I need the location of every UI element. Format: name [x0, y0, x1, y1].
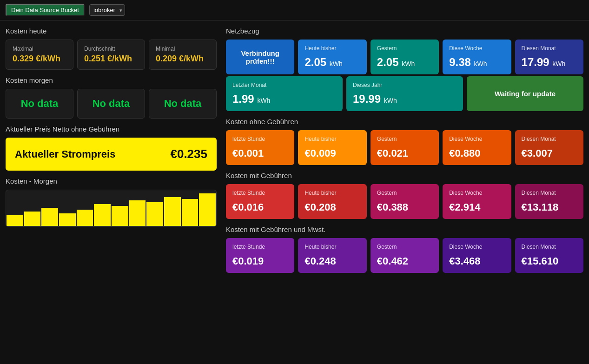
tile-diesen-monat-mit-value: €13.118: [522, 201, 577, 213]
tile-diese-woche-netz-label: Diese Woche: [449, 45, 504, 52]
strompreis-title: Aktueller Preis Netto ohne Gebühren: [6, 125, 217, 133]
tile-diese-woche-ohne-label: Diese Woche: [449, 136, 504, 142]
tile-diese-woche-netz: Diese Woche 9.38 kWh: [443, 40, 511, 74]
tile-heute-bisher-mit-value: €0.208: [304, 201, 360, 213]
tile-diesen-monat-mwst: Diesen Monat €15.610: [515, 238, 583, 273]
unit-kwh-5: kWh: [257, 97, 270, 104]
tile-gestern-mit: Gestern €0.388: [371, 184, 439, 219]
tile-diese-woche-mit-value: €2.914: [449, 201, 504, 213]
bucket-button[interactable]: Dein Data Source Bucket: [6, 4, 85, 16]
tile-heute-bisher-mit-label: Heute bisher: [304, 190, 360, 196]
kosten-heute-cards: Maximal 0.329 €/kWh Durchschnitt 0.251 €…: [6, 40, 217, 70]
chart-bar-9: [146, 202, 163, 226]
tile-diese-woche-netz-value: 9.38 kWh: [449, 56, 504, 69]
tile-heute-bisher-ohne: Heute bisher €0.009: [298, 130, 366, 165]
strompreis-section: Aktueller Preis Netto ohne Gebühren Aktu…: [6, 125, 217, 171]
netzbezug-title: Netzbezug: [226, 27, 583, 35]
unit-kwh-4: kWh: [552, 60, 565, 67]
tile-heute-bisher-netz: Heute bisher 2.05 kWh: [298, 40, 366, 74]
tile-gestern-mit-label: Gestern: [377, 190, 432, 196]
main-layout: Kosten heute Maximal 0.329 €/kWh Durchsc…: [0, 20, 589, 278]
tile-diese-woche-ohne: Diese Woche €0.880: [443, 130, 511, 165]
tile-diesen-monat-mwst-label: Diesen Monat: [522, 244, 577, 250]
tile-gestern-netz-value: 2.05 kWh: [377, 56, 432, 69]
card-durchschnitt-value: 0.251 €/kWh: [84, 54, 138, 64]
card-maximal-value: 0.329 €/kWh: [13, 54, 66, 64]
kosten-mwst-title: Kosten mit Gebühren und Mwst.: [226, 225, 583, 233]
no-data-3: No data: [149, 89, 217, 119]
tile-dieses-jahr-netz-label: Dieses Jahr: [353, 82, 457, 88]
tile-letzte-stunde-mwst-label: letzte Stunde: [232, 244, 288, 250]
kosten-mit-grid: letzte Stunde €0.016 Heute bisher €0.208…: [226, 184, 583, 219]
tile-diesen-monat-ohne: Diesen Monat €3.007: [515, 130, 583, 165]
no-data-1-text: No data: [21, 98, 59, 110]
tile-heute-bisher-mwst-label: Heute bisher: [304, 244, 360, 250]
kosten-ohne-grid: letzte Stunde €0.001 Heute bisher €0.009…: [226, 130, 583, 165]
chart-bar-7: [112, 206, 128, 226]
tile-verbindung: Verbindung prüfen!!!: [226, 40, 294, 74]
card-minimal-label: Minimal: [156, 46, 210, 52]
tile-diese-woche-mit: Diese Woche €2.914: [443, 184, 511, 219]
chart-bar-2: [24, 212, 41, 226]
tile-dieses-jahr-netz: Dieses Jahr 19.99 kWh: [346, 76, 463, 111]
unit-kwh-6: kWh: [384, 97, 397, 104]
tile-diese-woche-mwst-label: Diese Woche: [449, 244, 504, 250]
kosten-morgen-chart: [6, 190, 217, 227]
broker-select-wrapper: iobroker: [89, 4, 125, 16]
tile-heute-bisher-mit: Heute bisher €0.208: [298, 184, 366, 219]
tile-letzte-stunde-ohne-value: €0.001: [232, 147, 288, 159]
card-durchschnitt: Durchschnitt 0.251 €/kWh: [77, 40, 145, 70]
card-minimal-value: 0.209 €/kWh: [156, 54, 210, 64]
kosten-ohne-title: Kosten ohne Gebühren: [226, 118, 583, 126]
kosten-morgen-title: Kosten morgen: [6, 76, 217, 84]
chart-bar-10: [164, 197, 181, 226]
tile-gestern-ohne: Gestern €0.021: [371, 130, 439, 165]
tile-gestern-mwst: Gestern €0.462: [371, 238, 439, 273]
tile-heute-bisher-ohne-label: Heute bisher: [304, 136, 360, 142]
strompreis-box: Aktueller Strompreis €0.235: [6, 138, 217, 171]
unit-kwh-2: kWh: [402, 60, 415, 67]
chart-bar-3: [41, 208, 58, 226]
tile-diesen-monat-mit-label: Diesen Monat: [522, 190, 577, 196]
tile-dieses-jahr-netz-value: 19.99 kWh: [353, 93, 457, 106]
tile-gestern-ohne-value: €0.021: [377, 147, 432, 159]
tile-diesen-monat-netz-label: Diesen Monat: [522, 45, 577, 52]
card-minimal: Minimal 0.209 €/kWh: [149, 40, 217, 70]
chart-bar-6: [94, 204, 111, 226]
chart-bar-5: [77, 210, 93, 226]
tile-gestern-ohne-label: Gestern: [377, 136, 432, 142]
netzbezug-grid-row1: Verbindung prüfen!!! Heute bisher 2.05 k…: [226, 40, 583, 74]
tile-diesen-monat-netz-value: 17.99 kWh: [522, 56, 577, 69]
tile-letzte-stunde-ohne-label: letzte Stunde: [232, 136, 288, 142]
kosten-morgen-cards: No data No data No data: [6, 89, 217, 119]
no-data-3-text: No data: [164, 98, 202, 110]
tile-waiting: Waiting for update: [467, 76, 583, 111]
tile-gestern-mwst-label: Gestern: [377, 244, 432, 250]
broker-select[interactable]: iobroker: [89, 4, 125, 16]
no-data-2-text: No data: [93, 98, 130, 110]
tile-diese-woche-mwst-value: €3.468: [449, 255, 504, 267]
card-durchschnitt-label: Durchschnitt: [84, 46, 138, 52]
tile-heute-bisher-mwst-value: €0.248: [304, 255, 360, 267]
tile-letzte-stunde-mit-value: €0.016: [232, 201, 288, 213]
no-data-1: No data: [6, 89, 73, 119]
tile-letzter-monat-netz-value: 1.99 kWh: [232, 93, 336, 106]
unit-kwh-1: kWh: [330, 60, 343, 67]
tile-gestern-mit-value: €0.388: [377, 201, 432, 213]
tile-heute-bisher-netz-value: 2.05 kWh: [304, 56, 360, 69]
chart-bar-8: [129, 200, 146, 226]
tile-heute-bisher-netz-label: Heute bisher: [304, 45, 360, 52]
tile-diesen-monat-netz: Diesen Monat 17.99 kWh: [515, 40, 583, 74]
top-bar: Dein Data Source Bucket iobroker: [0, 0, 589, 20]
tile-letzte-stunde-mwst-value: €0.019: [232, 255, 288, 267]
tile-diese-woche-mit-label: Diese Woche: [449, 190, 504, 196]
tile-heute-bisher-mwst: Heute bisher €0.248: [298, 238, 366, 273]
tile-diesen-monat-mwst-value: €15.610: [522, 255, 577, 267]
tile-diesen-monat-mit: Diesen Monat €13.118: [515, 184, 583, 219]
tile-diese-woche-mwst: Diese Woche €3.468: [443, 238, 511, 273]
tile-gestern-mwst-value: €0.462: [377, 255, 432, 267]
tile-heute-bisher-ohne-value: €0.009: [304, 147, 360, 159]
chart-bar-12: [199, 193, 216, 226]
tile-letzter-monat-netz-label: Letzter Monat: [232, 82, 336, 88]
strompreis-value: €0.235: [170, 147, 207, 161]
